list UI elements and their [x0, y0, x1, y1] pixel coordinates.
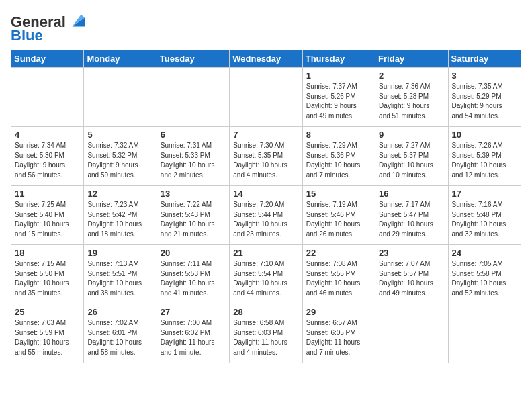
calendar-cell: 25Sunrise: 7:03 AMSunset: 5:59 PMDayligh… — [11, 304, 84, 363]
day-number: 16 — [379, 189, 444, 199]
calendar-cell: 14Sunrise: 7:20 AMSunset: 5:44 PMDayligh… — [230, 186, 302, 245]
day-number: 18 — [15, 248, 80, 258]
day-number: 8 — [306, 130, 371, 140]
calendar-cell — [157, 68, 229, 127]
calendar-cell: 18Sunrise: 7:15 AMSunset: 5:50 PMDayligh… — [11, 245, 84, 304]
calendar-cell: 17Sunrise: 7:16 AMSunset: 5:48 PMDayligh… — [448, 186, 521, 245]
day-info: Sunrise: 7:35 AMSunset: 5:29 PMDaylight:… — [452, 82, 517, 121]
day-number: 2 — [379, 71, 444, 81]
calendar-cell: 20Sunrise: 7:11 AMSunset: 5:53 PMDayligh… — [157, 245, 229, 304]
day-info: Sunrise: 7:34 AMSunset: 5:30 PMDaylight:… — [15, 141, 80, 180]
day-info: Sunrise: 7:20 AMSunset: 5:44 PMDaylight:… — [233, 200, 298, 239]
calendar-cell: 12Sunrise: 7:23 AMSunset: 5:42 PMDayligh… — [84, 186, 157, 245]
day-info: Sunrise: 7:02 AMSunset: 6:01 PMDaylight:… — [87, 318, 152, 357]
day-number: 26 — [87, 307, 152, 317]
day-info: Sunrise: 7:16 AMSunset: 5:48 PMDaylight:… — [452, 200, 517, 239]
calendar-table: Sunday Monday Tuesday Wednesday Thursday… — [11, 50, 521, 363]
week-row-4: 18Sunrise: 7:15 AMSunset: 5:50 PMDayligh… — [11, 245, 521, 304]
day-info: Sunrise: 7:17 AMSunset: 5:47 PMDaylight:… — [379, 200, 444, 239]
calendar-cell — [375, 304, 448, 363]
calendar-cell: 10Sunrise: 7:26 AMSunset: 5:39 PMDayligh… — [448, 127, 521, 186]
day-number: 3 — [452, 71, 517, 81]
day-info: Sunrise: 7:05 AMSunset: 5:58 PMDaylight:… — [452, 259, 517, 298]
calendar-cell: 27Sunrise: 7:00 AMSunset: 6:02 PMDayligh… — [157, 304, 229, 363]
day-number: 17 — [452, 189, 517, 199]
day-number: 5 — [87, 130, 152, 140]
day-number: 4 — [15, 130, 80, 140]
day-info: Sunrise: 6:57 AMSunset: 6:05 PMDaylight:… — [306, 318, 371, 357]
calendar-cell: 8Sunrise: 7:29 AMSunset: 5:36 PMDaylight… — [302, 127, 375, 186]
calendar-header-row: Sunday Monday Tuesday Wednesday Thursday… — [11, 50, 521, 68]
week-row-3: 11Sunrise: 7:25 AMSunset: 5:40 PMDayligh… — [11, 186, 521, 245]
day-info: Sunrise: 7:10 AMSunset: 5:54 PMDaylight:… — [233, 259, 298, 298]
day-number: 20 — [161, 248, 226, 258]
calendar-cell: 22Sunrise: 7:08 AMSunset: 5:55 PMDayligh… — [302, 245, 375, 304]
calendar-cell: 2Sunrise: 7:36 AMSunset: 5:28 PMDaylight… — [375, 68, 448, 127]
header-friday: Friday — [375, 50, 448, 68]
day-number: 9 — [379, 130, 444, 140]
day-number: 6 — [161, 130, 226, 140]
day-info: Sunrise: 7:00 AMSunset: 6:02 PMDaylight:… — [161, 318, 226, 357]
day-info: Sunrise: 7:37 AMSunset: 5:26 PMDaylight:… — [306, 82, 371, 121]
calendar-cell: 3Sunrise: 7:35 AMSunset: 5:29 PMDaylight… — [448, 68, 521, 127]
day-info: Sunrise: 7:30 AMSunset: 5:35 PMDaylight:… — [233, 141, 298, 180]
calendar-cell: 7Sunrise: 7:30 AMSunset: 5:35 PMDaylight… — [230, 127, 302, 186]
day-info: Sunrise: 7:07 AMSunset: 5:57 PMDaylight:… — [379, 259, 444, 298]
day-number: 7 — [233, 130, 298, 140]
day-number: 21 — [233, 248, 298, 258]
calendar-cell: 29Sunrise: 6:57 AMSunset: 6:05 PMDayligh… — [302, 304, 375, 363]
day-number: 19 — [87, 248, 152, 258]
calendar-cell — [84, 68, 157, 127]
day-info: Sunrise: 7:22 AMSunset: 5:43 PMDaylight:… — [161, 200, 226, 239]
day-info: Sunrise: 7:03 AMSunset: 5:59 PMDaylight:… — [15, 318, 80, 357]
day-number: 14 — [233, 189, 298, 199]
calendar-cell: 15Sunrise: 7:19 AMSunset: 5:46 PMDayligh… — [302, 186, 375, 245]
calendar-cell: 13Sunrise: 7:22 AMSunset: 5:43 PMDayligh… — [157, 186, 229, 245]
day-number: 23 — [379, 248, 444, 258]
week-row-1: 1Sunrise: 7:37 AMSunset: 5:26 PMDaylight… — [11, 68, 521, 127]
header-tuesday: Tuesday — [157, 50, 229, 68]
calendar-cell — [230, 68, 302, 127]
header-thursday: Thursday — [302, 50, 375, 68]
day-number: 10 — [452, 130, 517, 140]
calendar-cell: 23Sunrise: 7:07 AMSunset: 5:57 PMDayligh… — [375, 245, 448, 304]
day-info: Sunrise: 7:08 AMSunset: 5:55 PMDaylight:… — [306, 259, 371, 298]
calendar-cell: 16Sunrise: 7:17 AMSunset: 5:47 PMDayligh… — [375, 186, 448, 245]
page-header: General Blue — [11, 11, 521, 44]
day-info: Sunrise: 7:36 AMSunset: 5:28 PMDaylight:… — [379, 82, 444, 121]
calendar-cell: 1Sunrise: 7:37 AMSunset: 5:26 PMDaylight… — [302, 68, 375, 127]
day-info: Sunrise: 7:29 AMSunset: 5:36 PMDaylight:… — [306, 141, 371, 180]
day-info: Sunrise: 6:58 AMSunset: 6:03 PMDaylight:… — [233, 318, 298, 357]
day-info: Sunrise: 7:23 AMSunset: 5:42 PMDaylight:… — [87, 200, 152, 239]
calendar-cell: 11Sunrise: 7:25 AMSunset: 5:40 PMDayligh… — [11, 186, 84, 245]
day-number: 1 — [306, 71, 371, 81]
header-saturday: Saturday — [448, 50, 521, 68]
day-info: Sunrise: 7:19 AMSunset: 5:46 PMDaylight:… — [306, 200, 371, 239]
week-row-2: 4Sunrise: 7:34 AMSunset: 5:30 PMDaylight… — [11, 127, 521, 186]
calendar-cell: 24Sunrise: 7:05 AMSunset: 5:58 PMDayligh… — [448, 245, 521, 304]
calendar-cell: 26Sunrise: 7:02 AMSunset: 6:01 PMDayligh… — [84, 304, 157, 363]
calendar-cell — [448, 304, 521, 363]
day-info: Sunrise: 7:26 AMSunset: 5:39 PMDaylight:… — [452, 141, 517, 180]
day-info: Sunrise: 7:13 AMSunset: 5:51 PMDaylight:… — [87, 259, 152, 298]
day-info: Sunrise: 7:32 AMSunset: 5:32 PMDaylight:… — [87, 141, 152, 180]
header-wednesday: Wednesday — [230, 50, 302, 68]
day-info: Sunrise: 7:11 AMSunset: 5:53 PMDaylight:… — [161, 259, 226, 298]
day-number: 27 — [161, 307, 226, 317]
day-info: Sunrise: 7:27 AMSunset: 5:37 PMDaylight:… — [379, 141, 444, 180]
calendar-cell — [11, 68, 84, 127]
calendar-cell: 28Sunrise: 6:58 AMSunset: 6:03 PMDayligh… — [230, 304, 302, 363]
day-number: 15 — [306, 189, 371, 199]
day-number: 13 — [161, 189, 226, 199]
day-number: 11 — [15, 189, 80, 199]
calendar-cell: 5Sunrise: 7:32 AMSunset: 5:32 PMDaylight… — [84, 127, 157, 186]
calendar-cell: 9Sunrise: 7:27 AMSunset: 5:37 PMDaylight… — [375, 127, 448, 186]
day-number: 25 — [15, 307, 80, 317]
day-info: Sunrise: 7:31 AMSunset: 5:33 PMDaylight:… — [161, 141, 226, 180]
logo-icon — [67, 11, 86, 30]
day-number: 28 — [233, 307, 298, 317]
calendar-cell: 4Sunrise: 7:34 AMSunset: 5:30 PMDaylight… — [11, 127, 84, 186]
header-monday: Monday — [84, 50, 157, 68]
week-row-5: 25Sunrise: 7:03 AMSunset: 5:59 PMDayligh… — [11, 304, 521, 363]
day-number: 24 — [452, 248, 517, 258]
